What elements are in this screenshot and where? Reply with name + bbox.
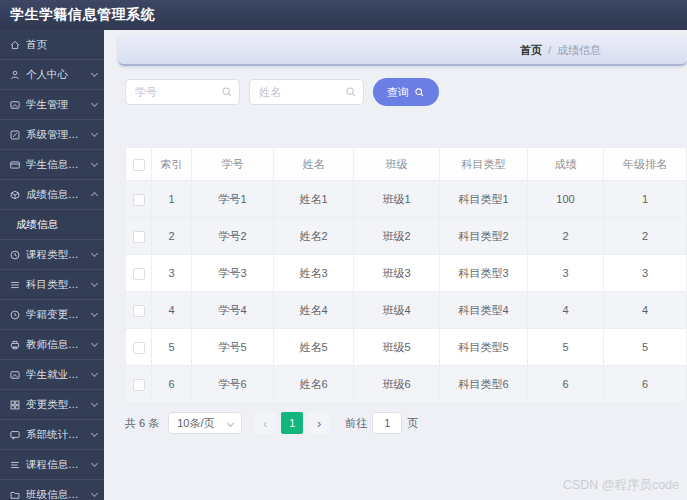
- chevron-down-icon: [91, 400, 98, 407]
- cell-grade-rank: 4: [604, 292, 687, 329]
- page-unit-label: 页: [407, 416, 418, 431]
- breadcrumb-home-link[interactable]: 首页: [520, 43, 542, 58]
- column-header-index: 索引: [152, 148, 192, 181]
- table-row[interactable]: 1 学号1 姓名1 班级1 科目类型1 100 1: [126, 181, 687, 218]
- column-header-subject-type: 科目类型: [440, 148, 528, 181]
- cell-index: 4: [152, 292, 192, 329]
- table-row[interactable]: 2 学号2 姓名2 班级2 科目类型2 2 2: [126, 218, 687, 255]
- sidebar-item-change-type-mgmt[interactable]: 变更类型管理: [0, 390, 104, 420]
- search-icon: [414, 87, 425, 98]
- chevron-down-icon: [91, 460, 98, 467]
- sidebar-item-subject-type-mgmt[interactable]: 科目类型管理: [0, 270, 104, 300]
- row-checkbox[interactable]: [133, 342, 145, 354]
- sidebar-item-label: 教师信息管理: [26, 338, 87, 352]
- sidebar-item-course-type-mgmt[interactable]: 课程类型管理: [0, 240, 104, 270]
- sidebar-item-student-mgmt[interactable]: 学生管理: [0, 90, 104, 120]
- column-header-grade-rank: 年级排名: [604, 148, 687, 181]
- cell-student-id: 学号1: [192, 181, 274, 218]
- bank-card-icon: [9, 159, 21, 171]
- sidebar-subitem-score-info[interactable]: 成绩信息: [0, 210, 104, 240]
- edit-icon: [9, 129, 21, 141]
- sidebar-item-teacher-info-mgmt[interactable]: 教师信息管理: [0, 330, 104, 360]
- table-row[interactable]: 6 学号6 姓名6 班级6 科目类型6 6 6: [126, 366, 687, 403]
- cell-name: 姓名2: [274, 218, 354, 255]
- history-icon: [9, 309, 21, 321]
- sidebar-item-label: 课程信息管理: [26, 458, 87, 472]
- cell-class: 班级3: [354, 255, 440, 292]
- cell-index: 3: [152, 255, 192, 292]
- sidebar-item-label: 成绩信息管理: [26, 188, 87, 202]
- query-button-label: 查询: [387, 85, 409, 100]
- cell-index: 2: [152, 218, 192, 255]
- page-size-select[interactable]: 10条/页: [168, 412, 242, 434]
- name-field-wrap: [249, 79, 364, 105]
- cell-subject-type: 科目类型1: [440, 181, 528, 218]
- sidebar-item-label: 系部统计管理: [26, 428, 87, 442]
- cell-class: 班级6: [354, 366, 440, 403]
- cell-student-id: 学号5: [192, 329, 274, 366]
- cell-grade-rank: 1: [604, 181, 687, 218]
- chevron-down-icon: [91, 490, 98, 497]
- row-checkbox[interactable]: [133, 305, 145, 317]
- row-checkbox[interactable]: [133, 268, 145, 280]
- cell-subject-type: 科目类型4: [440, 292, 528, 329]
- sidebar-item-label: 学生管理: [26, 98, 87, 112]
- cell-index: 1: [152, 181, 192, 218]
- chevron-down-icon: [91, 430, 98, 437]
- sidebar-item-personal-center[interactable]: 个人中心: [0, 60, 104, 90]
- sidebar-item-course-info-mgmt[interactable]: 课程信息管理: [0, 450, 104, 480]
- sidebar-item-dept-admin-mgmt[interactable]: 系级管理员管理: [0, 120, 104, 150]
- query-button[interactable]: 查询: [373, 78, 439, 106]
- app-title: 学生学籍信息管理系统: [10, 6, 155, 24]
- chevron-down-icon: [91, 250, 98, 257]
- picture-icon: [9, 369, 21, 381]
- cell-class: 班级5: [354, 329, 440, 366]
- page-size-label: 10条/页: [177, 416, 214, 431]
- sidebar-item-status-change-mgmt[interactable]: 学籍变更管理: [0, 300, 104, 330]
- sidebar-item-label: 个人中心: [26, 68, 87, 82]
- sidebar-item-label: 课程类型管理: [26, 248, 87, 262]
- cell-name: 姓名1: [274, 181, 354, 218]
- sidebar-item-home[interactable]: 首页: [0, 30, 104, 60]
- cell-name: 姓名3: [274, 255, 354, 292]
- sidebar-item-student-info-mgmt[interactable]: 学生信息管理: [0, 150, 104, 180]
- table-row[interactable]: 3 学号3 姓名3 班级3 科目类型3 3 3: [126, 255, 687, 292]
- cell-grade-rank: 3: [604, 255, 687, 292]
- user-icon: [9, 69, 21, 81]
- current-page-button[interactable]: 1: [281, 412, 303, 434]
- chevron-down-icon: [91, 340, 98, 347]
- row-checkbox[interactable]: [133, 231, 145, 243]
- sidebar-item-label: 学生就业管理: [26, 368, 87, 382]
- pagination-total: 共 6 条: [125, 416, 159, 431]
- sidebar-item-label: 科目类型管理: [26, 278, 87, 292]
- row-checkbox[interactable]: [133, 379, 145, 391]
- search-icon: [221, 86, 233, 98]
- sidebar-item-score-info-mgmt[interactable]: 成绩信息管理: [0, 180, 104, 210]
- sidebar-item-label: 系级管理员管理: [26, 128, 87, 142]
- cell-subject-type: 科目类型2: [440, 218, 528, 255]
- table-row[interactable]: 5 学号5 姓名5 班级5 科目类型5 5 5: [126, 329, 687, 366]
- goto-page-input[interactable]: [372, 412, 402, 434]
- row-checkbox[interactable]: [133, 194, 145, 206]
- chevron-down-icon: [91, 100, 98, 107]
- cell-name: 姓名6: [274, 366, 354, 403]
- sidebar: 首页 个人中心 学生管理 系级管理员管理 学生信息管理 成绩信息管理 成绩信息 …: [0, 30, 104, 500]
- chevron-down-icon: [91, 370, 98, 377]
- pagination: 共 6 条 10条/页 ‹ 1 › 前往 页: [125, 412, 687, 434]
- sidebar-item-class-info-mgmt[interactable]: 班级信息管理: [0, 480, 104, 500]
- sidebar-item-student-employment-mgmt[interactable]: 学生就业管理: [0, 360, 104, 390]
- table-row[interactable]: 4 学号4 姓名4 班级4 科目类型4 4 4: [126, 292, 687, 329]
- sidebar-item-dept-stats-mgmt[interactable]: 系部统计管理: [0, 420, 104, 450]
- column-header-score: 成绩: [528, 148, 604, 181]
- student-id-field-wrap: [125, 79, 240, 105]
- cell-student-id: 学号2: [192, 218, 274, 255]
- cell-subject-type: 科目类型5: [440, 329, 528, 366]
- box-icon: [9, 189, 21, 201]
- select-all-checkbox[interactable]: [133, 159, 145, 171]
- prev-page-button[interactable]: ‹: [254, 412, 276, 434]
- cell-student-id: 学号4: [192, 292, 274, 329]
- next-page-button[interactable]: ›: [308, 412, 330, 434]
- column-header-name: 姓名: [274, 148, 354, 181]
- column-header-student-id: 学号: [192, 148, 274, 181]
- clock-icon: [9, 249, 21, 261]
